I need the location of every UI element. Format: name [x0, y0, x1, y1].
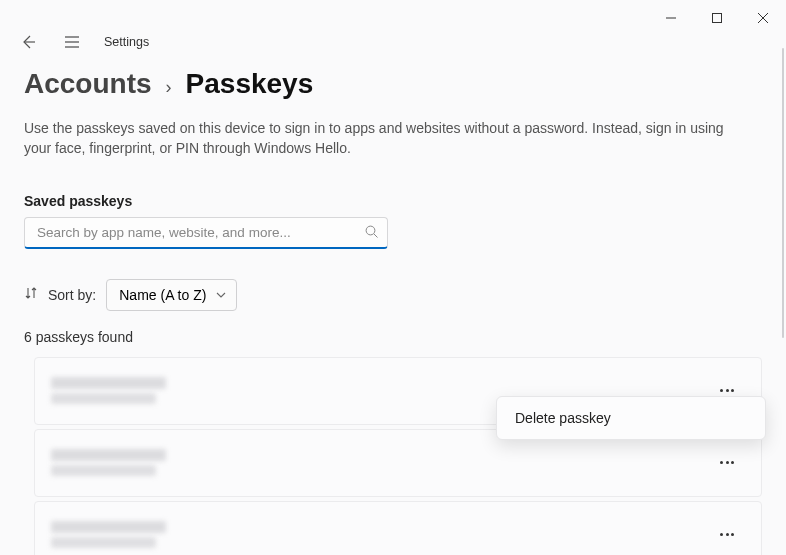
svg-rect-1 [713, 14, 722, 23]
passkey-detail-redacted [51, 537, 156, 548]
breadcrumb-current: Passkeys [186, 68, 314, 100]
context-menu: Delete passkey [496, 396, 766, 440]
delete-passkey-menu-item[interactable]: Delete passkey [501, 401, 761, 435]
more-icon [720, 533, 734, 536]
page-description: Use the passkeys saved on this device to… [24, 118, 744, 159]
sort-selected-value: Name (A to Z) [119, 287, 206, 303]
passkey-detail-redacted [51, 393, 156, 404]
search-input[interactable] [24, 217, 388, 249]
passkey-info [51, 521, 709, 548]
chevron-down-icon [216, 287, 226, 303]
passkey-name-redacted [51, 521, 166, 533]
more-icon [720, 389, 734, 392]
maximize-button[interactable] [694, 2, 740, 34]
nav-menu-button[interactable] [60, 30, 84, 54]
breadcrumb: Accounts › Passkeys [24, 68, 762, 100]
more-options-button[interactable] [709, 517, 745, 553]
sort-label: Sort by: [48, 287, 96, 303]
passkey-detail-redacted [51, 465, 156, 476]
more-options-button[interactable] [709, 445, 745, 481]
more-icon [720, 461, 734, 464]
sort-icon [24, 286, 38, 304]
passkey-name-redacted [51, 449, 166, 461]
breadcrumb-parent[interactable]: Accounts [24, 68, 152, 100]
close-button[interactable] [740, 2, 786, 34]
saved-passkeys-label: Saved passkeys [24, 193, 762, 209]
passkey-item[interactable] [34, 501, 762, 555]
sort-select[interactable]: Name (A to Z) [106, 279, 237, 311]
minimize-button[interactable] [648, 2, 694, 34]
chevron-right-icon: › [166, 77, 172, 98]
passkey-info [51, 449, 709, 476]
passkey-name-redacted [51, 377, 166, 389]
back-button[interactable] [16, 30, 40, 54]
results-count: 6 passkeys found [24, 329, 762, 345]
scrollbar[interactable] [782, 48, 784, 338]
app-title: Settings [104, 35, 149, 49]
